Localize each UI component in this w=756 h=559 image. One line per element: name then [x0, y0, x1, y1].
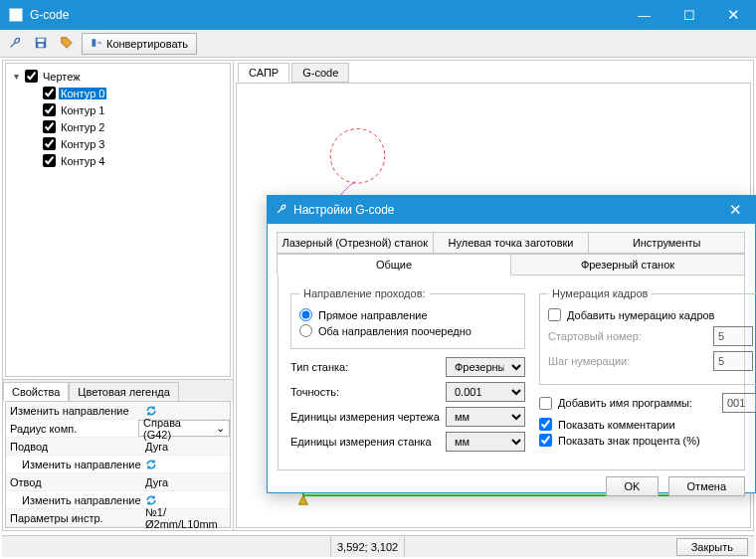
convert-label: Конвертировать — [106, 38, 188, 50]
tab-zero-point[interactable]: Нулевая точка заготовки — [433, 232, 590, 254]
prop-row[interactable]: Изменить направление — [6, 456, 230, 473]
precision-row: Точность: 0.001 — [290, 382, 525, 402]
minimize-button[interactable]: — — [622, 0, 666, 30]
prop-row[interactable]: Радиус комп. Справа (G42)⌄ — [6, 420, 230, 438]
maximize-button[interactable]: ☐ — [666, 0, 711, 30]
save-button[interactable] — [30, 33, 52, 55]
wrench-icon — [8, 36, 22, 52]
tree-item-checkbox[interactable] — [43, 103, 56, 116]
tree-root[interactable]: ▾ Чертеж — [10, 68, 226, 85]
props-tabstrip: Свойства Цветовая легенда — [3, 379, 233, 401]
tree-item-checkbox[interactable] — [43, 154, 56, 167]
prop-value: №1/Ø2mm/L10mm — [145, 506, 230, 530]
tab-milling[interactable]: Фрезерный станок — [510, 254, 745, 276]
drawing-units-select[interactable]: мм — [446, 407, 525, 427]
precision-select[interactable]: 0.001 — [446, 382, 525, 402]
prop-key: Параметры инстр. — [6, 512, 145, 524]
refresh-icon[interactable] — [145, 405, 157, 417]
program-name-row: Добавить имя программы: — [539, 393, 756, 413]
tab-tools[interactable]: Инструменты — [588, 232, 745, 254]
numbering-group: Нумерация кадров Добавить нумерацию кадр… — [539, 287, 756, 385]
ok-button[interactable]: OK — [606, 476, 660, 496]
app-icon — [8, 7, 24, 23]
prop-value: Дуга — [145, 476, 230, 488]
wrench-icon — [276, 203, 287, 217]
tree-root-label[interactable]: Чертеж — [41, 71, 83, 83]
tree-item[interactable]: Контур 1 — [10, 101, 226, 118]
refresh-icon[interactable] — [145, 459, 157, 470]
machine-type-row: Тип станка: Фрезерный — [290, 357, 525, 377]
dialog-close-button[interactable]: ✕ — [715, 201, 755, 219]
properties-grid: Изменить направление Радиус комп. Справа… — [5, 401, 231, 528]
radio-alternating[interactable]: Оба направления поочередно — [299, 324, 516, 337]
start-number-row: Стартовый номер: — [548, 326, 753, 346]
window-title: G-code — [30, 8, 622, 22]
floppy-icon — [34, 36, 48, 52]
tab-laser[interactable]: Лазерный (Отрезной) станок — [277, 232, 434, 254]
tree-item-label[interactable]: Контур 4 — [59, 155, 106, 167]
check-show-percent[interactable]: Показать знак процента (%) — [539, 434, 756, 447]
tab-gcode[interactable]: G-code — [291, 63, 349, 83]
tree-item[interactable]: Контур 2 — [10, 118, 226, 135]
tree-item-checkbox[interactable] — [43, 137, 56, 150]
svg-rect-4 — [93, 39, 96, 47]
step-number-input[interactable] — [713, 351, 753, 371]
dialog-button-row: OK Отмена — [268, 470, 755, 504]
settings-dialog: Настройки G-code ✕ Лазерный (Отрезной) с… — [267, 195, 756, 493]
dialog-tabs: Лазерный (Отрезной) станок Нулевая точка… — [268, 224, 755, 470]
dialog-title: Настройки G-code — [293, 203, 715, 217]
program-name-input[interactable] — [722, 393, 756, 413]
refresh-icon[interactable] — [145, 494, 157, 506]
drawing-units-row: Единицы измерения чертежа мм — [290, 407, 525, 427]
check-show-comments[interactable]: Показать комментарии — [539, 418, 756, 431]
collapse-icon[interactable]: ▾ — [10, 71, 22, 82]
tree-root-checkbox[interactable] — [25, 70, 38, 83]
tag-icon — [60, 36, 74, 52]
tab-properties[interactable]: Свойства — [3, 382, 69, 401]
tree-item[interactable]: Контур 4 — [10, 152, 226, 169]
step-number-row: Шаг нумерации: — [548, 351, 753, 371]
convert-button[interactable]: Конвертировать — [82, 33, 197, 55]
cancel-button[interactable]: Отмена — [668, 476, 745, 496]
prop-key: Радиус комп. — [6, 423, 138, 435]
machine-units-select[interactable]: мм — [446, 432, 525, 452]
left-pane: ▾ Чертеж Контур 0 Контур 1 Контур 2 Конт… — [3, 61, 234, 530]
prop-row[interactable]: Отвод Дуга — [6, 473, 230, 491]
check-add-program-name[interactable]: Добавить имя программы: — [539, 397, 716, 410]
drawing-units-label: Единицы измерения чертежа — [290, 411, 440, 423]
prop-key: Отвод — [6, 476, 145, 488]
tree-item-label[interactable]: Контур 2 — [59, 121, 106, 133]
svg-rect-2 — [38, 38, 45, 42]
machine-type-select[interactable]: Фрезерный — [446, 357, 525, 377]
tree-item-label[interactable]: Контур 0 — [59, 88, 106, 99]
radio-direct[interactable]: Прямое направление — [299, 308, 516, 321]
machine-units-row: Единицы измерения станка мм — [290, 432, 525, 452]
close-window-button[interactable]: Закрыть — [676, 538, 748, 556]
tree-item-label[interactable]: Контур 3 — [59, 138, 106, 150]
contour-tree[interactable]: ▾ Чертеж Контур 0 Контур 1 Контур 2 Конт… — [5, 63, 231, 377]
statusbar: 3,592; 3,102 Закрыть — [2, 535, 754, 557]
precision-label: Точность: — [290, 386, 440, 398]
tab-color-legend[interactable]: Цветовая легенда — [69, 382, 179, 401]
direction-group: Направление проходов: Прямое направление… — [290, 287, 525, 349]
tree-item-checkbox[interactable] — [43, 87, 56, 99]
tree-item[interactable]: Контур 3 — [10, 135, 226, 152]
prop-row[interactable]: Подвод Дуга — [6, 438, 230, 456]
tree-item-checkbox[interactable] — [43, 120, 56, 133]
svg-rect-3 — [38, 43, 43, 47]
tree-item-label[interactable]: Контур 1 — [59, 104, 106, 116]
prop-value-select[interactable]: Справа (G42)⌄ — [138, 420, 230, 437]
check-add-numbering[interactable]: Добавить нумерацию кадров — [548, 308, 753, 321]
prop-row[interactable]: Параметры инстр. №1/Ø2mm/L10mm — [6, 509, 230, 527]
tree-item[interactable]: Контур 0 — [10, 85, 226, 101]
tab-cad[interactable]: САПР — [238, 63, 289, 83]
tab-general[interactable]: Общие — [277, 254, 511, 276]
settings-button[interactable] — [4, 33, 26, 55]
canvas-tabstrip: САПР G-code — [238, 63, 349, 83]
start-number-input[interactable] — [713, 326, 753, 346]
dialog-body: Направление проходов: Прямое направление… — [278, 276, 745, 470]
prop-key: Изменить направление — [6, 494, 145, 506]
close-button[interactable]: ✕ — [711, 0, 756, 30]
tool-button-3[interactable] — [56, 33, 78, 55]
prop-value: Дуга — [145, 441, 230, 453]
